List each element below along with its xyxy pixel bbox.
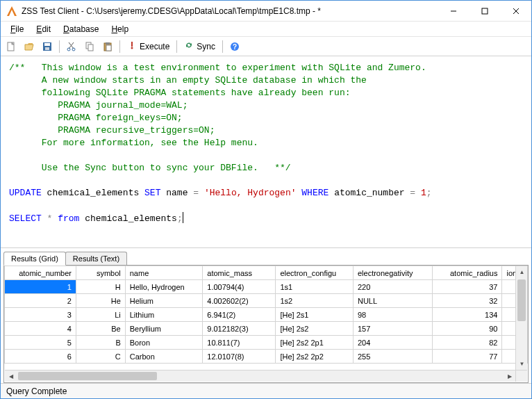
column-header[interactable]: electronegativity — [353, 266, 432, 280]
column-header[interactable]: atomic_number — [5, 266, 76, 280]
cell: 6.941(2) — [203, 308, 276, 322]
cell: 1s1 — [276, 280, 354, 294]
cell: Helium — [125, 294, 203, 308]
menu-edit[interactable]: Edit — [31, 23, 56, 35]
editor-token: chemical_elements — [42, 188, 144, 198]
table-row[interactable]: 2 He Helium 4.002602(2) 1s2 NULL 32 — [5, 294, 528, 308]
editor-token: name — [160, 188, 193, 198]
editor-token: 1 — [415, 188, 426, 198]
cell: 37 — [432, 280, 502, 294]
scroll-up-icon[interactable]: ▲ — [516, 266, 528, 278]
column-header[interactable]: symbol — [76, 266, 125, 280]
cell: [He] 2s1 — [276, 308, 354, 322]
editor-comment-line: PRAGMA journal_mode=WAL; — [9, 100, 188, 111]
cell: 157 — [353, 322, 432, 336]
cell: 10.811(7) — [203, 336, 276, 350]
column-header[interactable]: atomic_mass — [203, 266, 276, 280]
svg-rect-19 — [131, 42, 133, 47]
cell: 255 — [353, 350, 432, 364]
toolbar-separator — [222, 40, 223, 53]
save-icon[interactable] — [40, 39, 55, 54]
scroll-thumb[interactable] — [517, 279, 526, 321]
cell: Boron — [125, 336, 203, 350]
svg-rect-3 — [482, 8, 488, 14]
table-row[interactable]: 6 C Carbon 12.0107(8) [He] 2s2 2p2 255 7… — [5, 350, 528, 364]
svg-rect-18 — [106, 45, 111, 51]
svg-rect-15 — [88, 44, 93, 51]
paste-icon[interactable] — [100, 39, 115, 54]
toolbar-separator — [119, 40, 120, 53]
cell: Li — [76, 308, 125, 322]
cell: 1s2 — [276, 294, 354, 308]
tab-results-grid[interactable]: Results (Grid) — [3, 252, 66, 266]
cell: 90 — [432, 322, 502, 336]
execute-icon — [127, 40, 137, 52]
cell: Hello, Hydrogen — [125, 280, 203, 294]
cell: 1 — [5, 280, 76, 294]
status-text: Query Complete — [6, 386, 67, 396]
editor-token: SELECT — [9, 213, 42, 224]
cell: C — [76, 350, 125, 364]
cell: 32 — [432, 294, 502, 308]
sql-editor[interactable]: /** This window is a test environment to… — [1, 56, 531, 248]
cell: Beryllium — [125, 322, 203, 336]
toolbar-separator — [59, 40, 60, 53]
sync-icon — [184, 40, 194, 52]
table-row[interactable]: 5 B Boron 10.811(7) [He] 2s2 2p1 204 82 — [5, 336, 528, 350]
cell: 4 — [5, 322, 76, 336]
editor-comment-line: /** This window is a test environment to… — [9, 63, 426, 73]
minimize-button[interactable] — [438, 1, 469, 21]
editor-token: from — [58, 213, 79, 224]
menubar: File Edit Database Help — [1, 22, 531, 37]
vertical-scrollbar[interactable]: ▲ ▼ — [515, 266, 527, 370]
editor-comment-line: PRAGMA foreign_keys=ON; — [9, 113, 183, 123]
cell: 6 — [5, 350, 76, 364]
svg-point-20 — [131, 47, 133, 49]
sync-label: Sync — [197, 42, 215, 51]
cell: He — [76, 294, 125, 308]
results-tabs: Results (Grid) Results (Text) — [3, 250, 529, 265]
results-table[interactable]: atomic_number symbol name atomic_mass el… — [4, 266, 528, 364]
cut-icon[interactable] — [64, 39, 79, 54]
table-row[interactable]: 1 H Hello, Hydrogen 1.00794(4) 1s1 220 3… — [5, 280, 528, 294]
cell: H — [76, 280, 125, 294]
close-button[interactable] — [500, 1, 531, 21]
column-header[interactable]: atomic_radius — [432, 266, 502, 280]
results-area: Results (Grid) Results (Text) atomic_num… — [1, 248, 531, 383]
help-icon[interactable]: ? — [227, 39, 242, 54]
cell: Carbon — [125, 350, 203, 364]
scroll-right-icon[interactable]: ▶ — [504, 370, 515, 382]
menu-help[interactable]: Help — [106, 23, 134, 35]
sync-button[interactable]: Sync — [181, 39, 218, 54]
scroll-thumb[interactable] — [18, 372, 157, 380]
editor-caret — [183, 212, 183, 223]
editor-token: UPDATE — [9, 188, 42, 198]
open-file-icon[interactable] — [22, 39, 37, 54]
cell: Be — [76, 322, 125, 336]
cell: 134 — [432, 308, 502, 322]
column-header[interactable]: electron_configu — [276, 266, 354, 280]
menu-database[interactable]: Database — [58, 23, 104, 35]
execute-label: Execute — [140, 42, 169, 51]
cell: Lithium — [125, 308, 203, 322]
table-header-row: atomic_number symbol name atomic_mass el… — [5, 266, 528, 280]
editor-token: chemical_elements — [79, 213, 176, 224]
scroll-left-icon[interactable]: ◀ — [5, 370, 17, 382]
editor-comment-line: PRAGMA recursive_triggers=ON; — [9, 125, 215, 136]
maximize-button[interactable] — [469, 1, 500, 21]
copy-icon[interactable] — [82, 39, 97, 54]
cell: [He] 2s2 2p1 — [276, 336, 354, 350]
editor-token: SET — [144, 188, 160, 198]
table-row[interactable]: 3 Li Lithium 6.941(2) [He] 2s1 98 134 — [5, 308, 528, 322]
toolbar: Execute Sync ? — [1, 37, 531, 56]
table-row[interactable]: 4 Be Beryllium 9.012182(3) [He] 2s2 157 … — [5, 322, 528, 336]
scroll-down-icon[interactable]: ▼ — [516, 358, 528, 370]
execute-button[interactable]: Execute — [124, 39, 172, 54]
horizontal-scrollbar[interactable]: ◀ ▶ — [5, 370, 515, 382]
new-file-icon[interactable] — [3, 39, 19, 54]
tab-results-text[interactable]: Results (Text) — [65, 252, 127, 265]
column-header[interactable]: name — [125, 266, 203, 280]
menu-file[interactable]: File — [5, 23, 29, 35]
cell: 5 — [5, 336, 76, 350]
editor-token: * — [42, 213, 58, 224]
